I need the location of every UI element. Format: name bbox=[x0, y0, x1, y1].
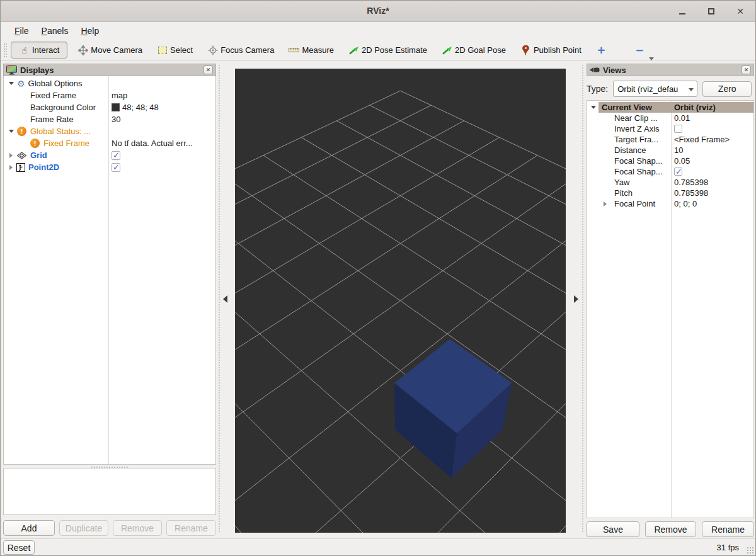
view-type-value: Orbit (rviz_defau bbox=[617, 84, 678, 94]
remove-tool-button[interactable]: − bbox=[630, 42, 650, 59]
tool-2d-pose-estimate[interactable]: 2D Pose Estimate bbox=[344, 42, 432, 59]
row-value[interactable]: 0.05 bbox=[674, 156, 752, 166]
collapsed-arrow-icon[interactable] bbox=[9, 153, 13, 158]
tool-measure[interactable]: Measure bbox=[284, 42, 338, 59]
tool-2d-goal-pose[interactable]: 2D Goal Pose bbox=[437, 42, 510, 59]
tool-select-label: Select bbox=[170, 45, 193, 55]
frame-rate-value[interactable]: 30 bbox=[112, 115, 214, 124]
reset-button[interactable]: Reset bbox=[3, 540, 35, 555]
toolbar: ☝ Interact Move Camera Select bbox=[1, 40, 755, 61]
expand-arrow-icon[interactable] bbox=[9, 130, 14, 133]
tree-row-pitch[interactable]: Pitch 0.785398 bbox=[587, 188, 753, 198]
3d-scene bbox=[235, 69, 566, 533]
left-panel-splitter[interactable] bbox=[219, 65, 220, 532]
add-tool-button[interactable]: + bbox=[592, 42, 611, 59]
tree-row-frame-rate[interactable]: Frame Rate 30 bbox=[4, 113, 215, 125]
render-viewport[interactable] bbox=[235, 69, 566, 533]
ruler-icon bbox=[289, 45, 299, 55]
row-label: Current View bbox=[602, 103, 670, 112]
point2d-icon bbox=[16, 163, 25, 172]
menu-help[interactable]: Help bbox=[74, 23, 105, 38]
color-value-text: 48; 48; 48 bbox=[122, 103, 159, 112]
tree-row-distance[interactable]: Distance 10 bbox=[587, 145, 753, 156]
minimize-button[interactable] bbox=[676, 5, 689, 18]
tree-row-fixed-frame[interactable]: Fixed Frame map bbox=[4, 89, 215, 101]
hand-icon: ☝ bbox=[19, 45, 30, 55]
rename-display-button[interactable]: Rename bbox=[166, 520, 216, 536]
row-label: Global Status: ... bbox=[30, 127, 91, 136]
tree-row-focal-shape-size[interactable]: Focal Shap... 0.05 bbox=[587, 156, 753, 166]
duplicate-button[interactable]: Duplicate bbox=[59, 520, 108, 536]
menu-panels[interactable]: Panels bbox=[35, 23, 75, 38]
menu-file[interactable]: File bbox=[8, 23, 35, 38]
views-close-button[interactable]: ✕ bbox=[742, 65, 751, 74]
collapsed-arrow-icon[interactable] bbox=[604, 201, 607, 207]
row-value[interactable]: <Fixed Frame> bbox=[674, 135, 752, 144]
tool-move-camera[interactable]: Move Camera bbox=[73, 42, 147, 59]
row-value[interactable]: 0; 0; 0 bbox=[674, 199, 752, 208]
tree-row-target-frame[interactable]: Target Fra... <Fixed Frame> bbox=[587, 134, 753, 145]
displays-tree: ⚙ Global Options Fixed Frame map Backgro… bbox=[3, 76, 216, 465]
tree-row-focal-shape-fixed[interactable]: Focal Shap... bbox=[587, 166, 753, 177]
tool-select[interactable]: Select bbox=[152, 42, 197, 59]
view-type-dropdown[interactable]: Orbit (rviz_defau bbox=[613, 81, 697, 97]
row-label: Distance bbox=[614, 145, 670, 155]
focal-shape-checkbox[interactable] bbox=[674, 167, 682, 176]
tool-interact[interactable]: ☝ Interact bbox=[11, 42, 67, 59]
zero-button[interactable]: Zero bbox=[702, 81, 752, 97]
maximize-button[interactable] bbox=[705, 5, 718, 18]
status-bar: Reset 31 fps bbox=[1, 538, 755, 555]
green-arrow-icon bbox=[348, 45, 359, 55]
displays-panel: Displays ✕ ⚙ Global Options Fixed Frame … bbox=[3, 64, 216, 537]
remove-display-button[interactable]: Remove bbox=[113, 520, 162, 536]
tree-row-point2d[interactable]: Point2D bbox=[4, 161, 215, 173]
rename-view-button[interactable]: Rename bbox=[702, 521, 754, 537]
invert-z-checkbox[interactable] bbox=[674, 125, 682, 133]
tool-focus-camera-label: Focus Camera bbox=[220, 45, 274, 55]
tool-publish-point-label: Publish Point bbox=[534, 45, 581, 55]
tree-row-global-status[interactable]: ! Global Status: ... bbox=[4, 125, 215, 137]
background-color-value[interactable]: 48; 48; 48 bbox=[112, 103, 214, 112]
grid-enabled-checkbox[interactable] bbox=[112, 151, 120, 160]
tree-row-focal-point[interactable]: Focal Point 0; 0; 0 bbox=[587, 198, 753, 209]
fixed-frame-value[interactable]: map bbox=[112, 91, 214, 100]
tool-focus-camera[interactable]: Focus Camera bbox=[203, 42, 278, 59]
toolbar-drag-handle[interactable] bbox=[4, 43, 7, 57]
type-label: Type: bbox=[587, 84, 608, 94]
expand-arrow-icon[interactable] bbox=[591, 106, 596, 109]
right-panel-splitter[interactable] bbox=[582, 65, 584, 532]
remove-view-button[interactable]: Remove bbox=[645, 521, 696, 537]
move-arrows-icon bbox=[77, 45, 88, 55]
row-value[interactable]: 0.785398 bbox=[674, 188, 752, 198]
row-value[interactable]: 0.01 bbox=[674, 113, 752, 123]
close-button[interactable]: ✕ bbox=[734, 5, 747, 18]
save-view-button[interactable]: Save bbox=[587, 521, 639, 537]
row-value[interactable]: 10 bbox=[674, 145, 752, 155]
row-value[interactable]: 0.785398 bbox=[674, 178, 752, 187]
displays-panel-title: Displays bbox=[20, 65, 200, 75]
views-tree: Current View Orbit (rviz) Near Clip ... … bbox=[587, 100, 754, 518]
resize-grip[interactable] bbox=[747, 547, 754, 554]
point2d-enabled-checkbox[interactable] bbox=[112, 163, 120, 172]
row-label: Near Clip ... bbox=[614, 113, 670, 123]
row-label: Yaw bbox=[614, 178, 670, 187]
expand-arrow-icon[interactable] bbox=[9, 82, 14, 85]
tree-row-yaw[interactable]: Yaw 0.785398 bbox=[587, 177, 753, 188]
tree-row-status-fixed-frame[interactable]: ! Fixed Frame No tf data. Actual err... bbox=[4, 137, 215, 149]
tree-row-invert-z[interactable]: Invert Z Axis bbox=[587, 123, 753, 134]
tree-row-near-clip[interactable]: Near Clip ... 0.01 bbox=[587, 113, 753, 123]
warning-icon: ! bbox=[30, 139, 40, 148]
tool-publish-point[interactable]: Publish Point bbox=[516, 42, 586, 59]
add-button[interactable]: Add bbox=[3, 520, 55, 536]
displays-close-button[interactable]: ✕ bbox=[203, 65, 213, 74]
maximize-icon bbox=[708, 8, 714, 14]
tree-row-background-color[interactable]: Background Color 48; 48; 48 bbox=[4, 101, 215, 113]
collapse-left-arrow-icon[interactable] bbox=[223, 295, 227, 303]
collapsed-arrow-icon[interactable] bbox=[9, 165, 13, 170]
tree-row-grid[interactable]: Grid bbox=[4, 149, 215, 161]
collapse-right-arrow-icon[interactable] bbox=[574, 295, 578, 303]
tree-row-current-view[interactable]: Current View Orbit (rviz) bbox=[587, 102, 753, 113]
displays-panel-header: Displays ✕ bbox=[3, 64, 216, 76]
fps-counter: 31 fps bbox=[717, 543, 739, 552]
tree-row-global-options[interactable]: ⚙ Global Options bbox=[4, 77, 215, 89]
